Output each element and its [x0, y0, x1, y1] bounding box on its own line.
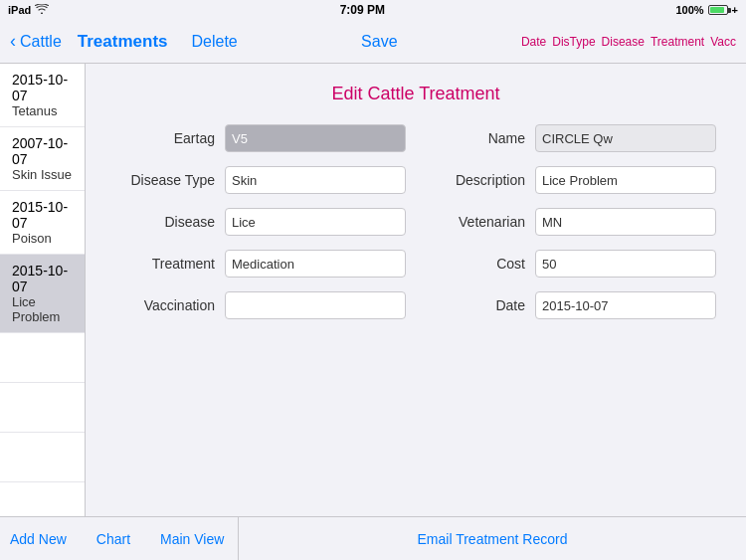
- status-left: iPad: [8, 4, 49, 16]
- back-chevron-icon: ‹: [10, 31, 16, 52]
- item-name: Skin Issue: [12, 167, 73, 182]
- delete-button[interactable]: Delete: [192, 33, 238, 51]
- name-input[interactable]: [535, 124, 716, 152]
- col-vacc: Vacc: [710, 35, 736, 49]
- diseasetype-input[interactable]: [225, 166, 406, 194]
- list-item[interactable]: 2007-10-07 Skin Issue: [0, 127, 85, 191]
- vaccination-label: Vaccination: [115, 297, 215, 313]
- item-date: 2007-10-07: [12, 135, 73, 167]
- diseasetype-label: Disease Type: [115, 172, 215, 188]
- list-item[interactable]: 2015-10-07 Poison: [0, 191, 85, 255]
- battery-percent: 100%: [675, 4, 703, 16]
- treatment-input[interactable]: [225, 250, 406, 278]
- form-row-cost: Cost: [426, 250, 716, 278]
- list-item-selected[interactable]: 2015-10-07 Lice Problem: [0, 255, 85, 333]
- add-new-button[interactable]: Add New: [10, 531, 67, 547]
- nav-title: Treatments: [78, 32, 168, 52]
- form-row-disease: Disease: [115, 208, 406, 236]
- form-grid: Eartag Name Disease Type Description Dis…: [115, 124, 716, 319]
- tab-bar-right: Email Treatment Record: [239, 517, 746, 560]
- form-row-veterinarian: Vetenarian: [426, 208, 716, 236]
- content-area: Edit Cattle Treatment Eartag Name Diseas…: [86, 64, 746, 516]
- wifi-icon: [35, 4, 49, 16]
- veterinarian-label: Vetenarian: [426, 214, 525, 230]
- form-row-vaccination: Vaccination: [115, 291, 406, 319]
- treatment-label: Treatment: [115, 256, 215, 272]
- description-input[interactable]: [535, 166, 716, 194]
- list-item-empty: [0, 433, 85, 482]
- column-labels: Date DisType Disease Treatment Vacc: [521, 35, 736, 49]
- list-item-empty: [0, 383, 85, 433]
- battery-icon: [708, 5, 728, 15]
- form-row-name: Name: [426, 124, 716, 152]
- nav-bar: ‹ Cattle Treatments Delete Save Date Dis…: [0, 20, 746, 64]
- description-label: Description: [426, 172, 525, 188]
- tab-bar-left: Add New Chart Main View: [0, 517, 239, 560]
- status-right: 100% +: [675, 4, 738, 16]
- main-view-button[interactable]: Main View: [160, 531, 224, 547]
- back-label: Cattle: [20, 33, 62, 51]
- date-input[interactable]: [535, 291, 716, 319]
- item-date: 2015-10-07: [12, 72, 73, 103]
- tab-bar: Add New Chart Main View Email Treatment …: [0, 516, 746, 560]
- sidebar: 2015-10-07 Tetanus 2007-10-07 Skin Issue…: [0, 64, 86, 516]
- col-date: Date: [521, 35, 546, 49]
- eartag-input[interactable]: [225, 124, 406, 152]
- form-row-date: Date: [426, 291, 716, 319]
- form-row-treatment: Treatment: [115, 250, 406, 278]
- cost-input[interactable]: [535, 250, 716, 278]
- cost-label: Cost: [426, 256, 525, 272]
- name-label: Name: [426, 130, 525, 146]
- disease-label: Disease: [115, 214, 215, 230]
- item-name: Poison: [12, 231, 73, 246]
- chart-button[interactable]: Chart: [96, 531, 130, 547]
- save-button[interactable]: Save: [361, 33, 397, 51]
- list-item-empty: [0, 482, 85, 516]
- col-distype: DisType: [552, 35, 595, 49]
- form-row-description: Description: [426, 166, 716, 194]
- form-row-diseasetype: Disease Type: [115, 166, 406, 194]
- veterinarian-input[interactable]: [535, 208, 716, 236]
- eartag-label: Eartag: [115, 130, 215, 146]
- item-date: 2015-10-07: [12, 263, 73, 294]
- form-row-eartag: Eartag: [115, 124, 406, 152]
- form-title: Edit Cattle Treatment: [115, 84, 716, 104]
- col-treatment: Treatment: [651, 35, 704, 49]
- email-record-button[interactable]: Email Treatment Record: [418, 531, 568, 547]
- date-label: Date: [426, 297, 525, 313]
- col-disease: Disease: [602, 35, 645, 49]
- back-button[interactable]: ‹ Cattle: [10, 31, 62, 52]
- item-name: Lice Problem: [12, 294, 73, 324]
- vaccination-input[interactable]: [225, 291, 406, 319]
- main-layout: 2015-10-07 Tetanus 2007-10-07 Skin Issue…: [0, 64, 746, 516]
- battery-plus: +: [732, 4, 738, 16]
- item-name: Tetanus: [12, 103, 73, 118]
- status-bar: iPad 7:09 PM 100% +: [0, 0, 746, 20]
- list-item[interactable]: 2015-10-07 Tetanus: [0, 64, 85, 127]
- ipad-label: iPad: [8, 4, 31, 16]
- item-date: 2015-10-07: [12, 199, 73, 231]
- status-time: 7:09 PM: [340, 3, 385, 17]
- list-item-empty: [0, 333, 85, 383]
- disease-input[interactable]: [225, 208, 406, 236]
